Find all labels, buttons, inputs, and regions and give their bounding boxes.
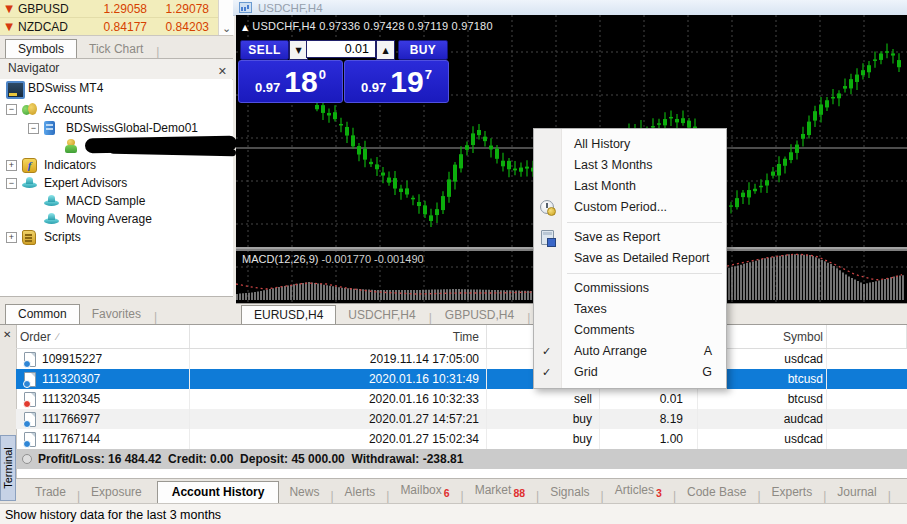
- volume-increase-button[interactable]: ▲: [376, 40, 395, 60]
- menu-item-grid[interactable]: ✓GridG: [534, 362, 726, 383]
- terminal-tab-market[interactable]: Market88: [465, 480, 535, 503]
- tab-symbols[interactable]: Symbols: [5, 39, 77, 59]
- terminal-tab-exposure[interactable]: Exposure: [81, 482, 152, 503]
- tab-label: Common: [18, 307, 67, 321]
- tree-item-accounts[interactable]: −Accounts: [0, 100, 93, 118]
- sell-price-small: 0.97: [255, 80, 280, 95]
- column-header-order[interactable]: Order∕: [16, 325, 190, 348]
- terminal-tab-mailbox[interactable]: Mailbox6: [390, 480, 459, 503]
- order-cell: 111320307: [16, 369, 190, 389]
- collapse-icon[interactable]: −: [6, 104, 17, 115]
- buy-button[interactable]: BUY: [398, 40, 448, 60]
- menu-item-save-as-report[interactable]: Save as Report: [534, 227, 726, 248]
- checkmark-icon: ✓: [542, 341, 551, 362]
- tree-item-macd-sample[interactable]: MACD Sample: [0, 192, 145, 210]
- terminal-tab-news[interactable]: News: [279, 482, 329, 503]
- terminal-tab-alerts[interactable]: Alerts: [335, 482, 386, 503]
- tree-item-label: Moving Average: [66, 212, 152, 226]
- menu-item-last-month[interactable]: Last Month: [534, 176, 726, 197]
- price-down-icon: ▼: [0, 21, 18, 32]
- tree-item-label: BDSwiss MT4: [28, 81, 103, 95]
- market-watch-row[interactable]: ▼NZDCAD0.841770.84203: [0, 18, 233, 36]
- expand-icon[interactable]: +: [6, 232, 17, 243]
- tree-item-bdswissglobal-demo01[interactable]: −BDSwissGlobal-Demo01: [0, 119, 198, 137]
- tab-favorites[interactable]: Favorites: [80, 305, 153, 324]
- collapse-icon[interactable]: −: [28, 123, 39, 134]
- close-icon[interactable]: ✕: [3, 329, 11, 340]
- terminal-tab-experts[interactable]: Experts: [762, 482, 823, 503]
- menu-item-custom-period-[interactable]: Custom Period...: [534, 197, 726, 218]
- navigator-titlebar: Navigator ✕: [0, 58, 233, 80]
- column-header-label: Symbol: [783, 330, 823, 344]
- chevron-down-icon[interactable]: ⌄: [222, 22, 231, 35]
- chart-window-titlebar[interactable]: USDCHF,H4: [233, 0, 907, 16]
- menu-item-save-as-detailed-report[interactable]: Save as Detailed Report: [534, 248, 726, 269]
- terminal-tab-trade[interactable]: Trade: [25, 482, 76, 503]
- menu-item-last-3-months[interactable]: Last 3 Months: [534, 155, 726, 176]
- menu-item-comments[interactable]: Comments: [534, 320, 726, 341]
- terminal-tab-signals[interactable]: Signals: [540, 482, 599, 503]
- tab-common[interactable]: Common: [5, 304, 80, 324]
- chart-tab-label: USDCHF,H4: [348, 308, 415, 322]
- size-value: 1.00: [660, 432, 683, 446]
- market-watch-row[interactable]: ▼GBPUSD1.290581.29078: [0, 0, 233, 18]
- menu-item-label: Last 3 Months: [574, 158, 653, 172]
- buy-price-tile[interactable]: 0.97 19 7: [344, 60, 449, 103]
- menu-item-label: Auto Arrange: [574, 344, 647, 358]
- chart-tab-usdchf-h4[interactable]: USDCHF,H4: [336, 306, 427, 325]
- ea-icon: [44, 194, 59, 208]
- time-value: 2020.01.27 15:02:34: [369, 432, 479, 446]
- tab-divider: |: [153, 310, 158, 324]
- terminal-tab-code-base[interactable]: Code Base: [677, 482, 756, 503]
- account-history-context-menu: All HistoryLast 3 MonthsLast MonthCustom…: [533, 128, 727, 389]
- bid-price: 1.29058: [85, 2, 147, 16]
- menu-item-all-history[interactable]: All History: [534, 134, 726, 155]
- summary-row: Profit/Loss: 16 484.42 Credit: 0.00 Depo…: [16, 449, 907, 469]
- table-row[interactable]: 1117669772020.01.27 14:57:21buy8.19audca…: [16, 409, 907, 429]
- tree-item-moving-average[interactable]: Moving Average: [0, 210, 152, 228]
- sell-price-tile[interactable]: 0.97 18 0: [238, 60, 343, 103]
- tree-item-expert-advisors[interactable]: −Expert Advisors: [0, 174, 127, 192]
- menu-shortcut: A: [704, 341, 712, 362]
- chart-tab-eurusd-h4[interactable]: EURUSD,H4: [241, 305, 336, 325]
- tree-item-account[interactable]: [0, 137, 86, 155]
- menu-item-commissions[interactable]: Commissions: [534, 278, 726, 299]
- tree-item-scripts[interactable]: +Scripts: [0, 228, 81, 246]
- chart-tab-gbpusd-h4[interactable]: GBPUSD,H4: [433, 306, 526, 325]
- tab-label: Tick Chart: [89, 42, 143, 56]
- tree-item-bdswiss-mt4[interactable]: BDSwiss MT4: [0, 79, 103, 97]
- terminal-tab-journal[interactable]: Journal: [827, 482, 886, 503]
- menu-item-auto-arrange[interactable]: ✓Auto ArrangeA: [534, 341, 726, 362]
- tree-item-indicators[interactable]: +fIndicators: [0, 156, 96, 174]
- terminal-tab-articles[interactable]: Articles3: [605, 480, 672, 503]
- collapse-panel-icon[interactable]: ▲: [242, 23, 248, 32]
- order-document-icon: [24, 432, 36, 447]
- market-watch-scrollbar[interactable]: ⌄: [218, 0, 234, 35]
- table-row[interactable]: 1099152272019.11.14 17:05:00usdcad: [16, 349, 907, 369]
- collapse-icon[interactable]: −: [6, 178, 17, 189]
- order-number: 111766977: [42, 412, 100, 426]
- type-cell: buy: [487, 429, 600, 449]
- type-cell: sell: [487, 389, 600, 409]
- table-row[interactable]: 1113203452020.01.16 10:32:33sell0.01btcu…: [16, 389, 907, 409]
- chart-window-title: USDCHF,H4: [258, 2, 323, 14]
- terminal-tab-account-history[interactable]: Account History: [157, 481, 280, 503]
- menu-item-label: Save as Report: [574, 230, 660, 244]
- sell-button[interactable]: SELL: [240, 40, 289, 60]
- expand-icon[interactable]: +: [6, 160, 17, 171]
- table-row[interactable]: 1117671442020.01.27 15:02:34buy1.00usdca…: [16, 429, 907, 449]
- menu-item-taxes[interactable]: Taxes: [534, 299, 726, 320]
- tab-label: Favorites: [92, 307, 141, 321]
- volume-input[interactable]: [306, 40, 376, 58]
- menu-item-label: Custom Period...: [574, 200, 667, 214]
- column-header-time[interactable]: Time: [190, 325, 487, 348]
- tab-tick-chart[interactable]: Tick Chart: [77, 40, 155, 59]
- table-row[interactable]: 1113203072020.01.16 10:31:49buy1.00btcus…: [16, 369, 907, 389]
- ea-icon: [22, 176, 37, 190]
- column-header-label: Time: [453, 330, 479, 344]
- order-number: 111320345: [42, 392, 100, 406]
- column-header-empty[interactable]: [827, 325, 907, 348]
- terminal-vertical-tab[interactable]: Terminal: [0, 435, 16, 501]
- chart-icon: [239, 2, 252, 13]
- time-cell: 2019.11.14 17:05:00: [190, 349, 487, 369]
